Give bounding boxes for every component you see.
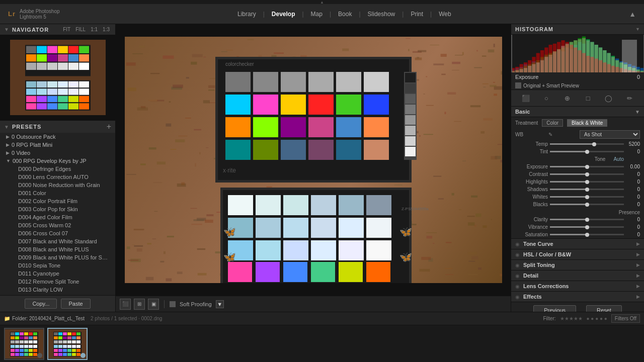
tint-slider[interactable] (550, 151, 624, 152)
presets-header[interactable]: ▼ Presets + (0, 120, 115, 133)
preset-item-d006-cross-cool[interactable]: D006 Cross Cool 07 (4, 229, 115, 237)
basic-panel-toggle[interactable]: ▼ (635, 109, 640, 115)
filmstrip-bar: 📁 Folder: 20140424_Platt_cL_Test 2 photo… (0, 312, 644, 362)
crop-tool[interactable]: ⬛ (519, 93, 532, 104)
preset-item-d000-lens[interactable]: D000 Lens Correction AUTO (4, 173, 115, 181)
navigator-header-left: ▼ Navigator (4, 27, 49, 33)
navigator-1-1[interactable]: 1:1 (89, 26, 99, 33)
view-icon-1[interactable]: ⬛ (120, 299, 131, 310)
blacks-slider-row: Blacks 0 (511, 201, 644, 208)
effects-toggle[interactable]: ▶ (636, 294, 640, 299)
navigator-ratio[interactable]: 1:3 (101, 26, 111, 33)
preset-item-d001-color[interactable]: D001 Color (4, 189, 115, 197)
navigator-fit[interactable]: FIT (61, 26, 72, 33)
preset-item-d004-aged[interactable]: D004 Aged Color Film (4, 213, 115, 221)
preset-item-d002-portrait[interactable]: D002 Color Portrait Film (4, 197, 115, 205)
preset-group-outsource-header[interactable]: ▶ 0 Outsource Pack (0, 133, 115, 141)
lens-corrections-header[interactable]: ◉ Lens Corrections ▶ (511, 281, 644, 291)
preset-item-d012-removesplit[interactable]: D012 Remove Split Tone (4, 278, 115, 286)
grad-filter-tool[interactable]: □ (582, 93, 595, 104)
filmstrip-thumb-2[interactable] (47, 328, 88, 360)
soft-proofing-button[interactable]: Soft Proofing (170, 301, 212, 307)
hsl-header[interactable]: ◉ HSL / Color / B&W ▶ (511, 249, 644, 259)
wb-eyedropper[interactable]: ✎ (548, 132, 554, 137)
navigator-preview (0, 35, 115, 120)
view-icon-3[interactable]: ▣ (148, 299, 159, 310)
preset-item-d008-bwplus[interactable]: D008 Black and White PLUS (4, 245, 115, 253)
treatment-bw-btn[interactable]: Black & White (567, 119, 607, 127)
split-toning-header[interactable]: ◉ Split Toning ▶ (511, 259, 644, 270)
preset-item-d013-clarity-low[interactable]: D013 Clarity LOW (4, 286, 115, 294)
prev-reset-bar: Previous Reset (511, 302, 644, 312)
red-eye-tool[interactable]: ⊕ (560, 93, 574, 104)
filmstrip-thumb-1[interactable] (4, 328, 44, 360)
preset-subgroup-rpg: D000 Defringe Edges D000 Lens Correction… (0, 165, 115, 295)
preset-item-d010-sepia[interactable]: D010 Sepia Tone (4, 261, 115, 269)
adj-brush-tool[interactable]: ✏ (623, 93, 636, 104)
basic-panel-header[interactable]: Basic ▼ (511, 107, 644, 117)
exposure-slider[interactable] (550, 166, 624, 167)
preset-group-platt-header[interactable]: ▶ 0 RPG Platt Mini (0, 141, 115, 149)
split-toning-toggle[interactable]: ▶ (636, 262, 640, 267)
effects-header[interactable]: ◉ Effects ▶ (511, 291, 644, 302)
treatment-row: Treatment Color Black & White (511, 117, 644, 129)
histogram-header[interactable]: Histogram ▼ (511, 24, 644, 35)
topbar-collapse-button[interactable]: ▲ (629, 10, 636, 18)
nav-library[interactable]: Library (232, 9, 261, 20)
clarity-slider[interactable] (550, 219, 624, 220)
smart-preview-label: Original + Smart Preview (523, 83, 579, 88)
contrast-slider[interactable] (550, 173, 624, 175)
preset-item-d011-cyano[interactable]: D011 Cyanotype (4, 269, 115, 278)
tone-curve-toggle[interactable]: ▶ (636, 241, 640, 246)
bottom-toolbar: ⬛ ⊞ ▣ Soft Proofing ▼ (116, 296, 511, 312)
blacks-slider-fill (550, 204, 587, 205)
paste-button[interactable]: Paste (61, 299, 90, 309)
navigator-fill[interactable]: FILL (74, 26, 87, 33)
whites-slider-thumb (585, 195, 589, 199)
soft-proofing-dropdown[interactable]: ▼ (216, 300, 224, 308)
highlights-slider[interactable] (550, 181, 624, 183)
treatment-color-btn[interactable]: Color (542, 119, 563, 127)
previous-button[interactable]: Previous (533, 305, 576, 312)
copy-button[interactable]: Copy... (25, 299, 57, 309)
wb-select[interactable]: As Shot Auto Daylight Cloudy Shade Tungs… (580, 130, 640, 139)
presets-add-button[interactable]: + (107, 123, 111, 131)
detail-toggle[interactable]: ▶ (636, 273, 640, 278)
nav-develop[interactable]: Develop (267, 9, 300, 20)
radial-filter-tool[interactable]: ◯ (602, 93, 615, 104)
temp-slider[interactable] (550, 143, 624, 145)
preset-group-rpg-header[interactable]: ▼ 000 RPG Develop Keys by JP (0, 157, 115, 165)
preset-item-d007-bw[interactable]: D007 Black and White Standard (4, 237, 115, 245)
detail-header[interactable]: ◉ Detail ▶ (511, 270, 644, 281)
vibrance-slider[interactable] (550, 226, 624, 228)
view-icon-2[interactable]: ⊞ (134, 299, 145, 310)
saturation-slider[interactable] (550, 234, 624, 235)
nav-book[interactable]: Book (333, 9, 357, 20)
preset-group-video-header[interactable]: ▶ 0 Video (0, 149, 115, 157)
nav-print[interactable]: Print (406, 9, 428, 20)
filmstrip-filters-off[interactable]: Filters Off (611, 314, 640, 323)
top-collapse-handle[interactable]: ▲ (0, 0, 644, 4)
nav-web[interactable]: Web (434, 9, 456, 20)
navigator-header[interactable]: ▼ Navigator FIT FILL 1:1 1:3 (0, 24, 115, 35)
preset-item-d009-bwskin[interactable]: D009 Black and White PLUS for SKIN (4, 253, 115, 261)
whites-slider[interactable] (550, 196, 624, 198)
auto-button[interactable]: Auto (613, 156, 640, 162)
hsl-toggle[interactable]: ▶ (636, 252, 640, 257)
nav-map[interactable]: Map (306, 9, 328, 20)
histogram-collapse-arrow: ▼ (635, 27, 640, 32)
spot-heal-tool[interactable]: ○ (540, 93, 553, 104)
preset-item-d005-cross-warm[interactable]: D005 Cross Warm 02 (4, 221, 115, 229)
contrast-slider-thumb (585, 172, 589, 176)
filmstrip-badge-1 (37, 353, 42, 358)
preset-item-d000-noise[interactable]: D000 Noise Reduction with Grain (4, 181, 115, 189)
reset-button[interactable]: Reset (586, 305, 622, 312)
tone-curve-header[interactable]: ◉ Tone Curve ▶ (511, 238, 644, 249)
shadows-slider[interactable] (550, 189, 624, 190)
preset-group-outsource-label: 0 Outsource Pack (12, 134, 55, 140)
preset-item-d000-defringe[interactable]: D000 Defringe Edges (4, 165, 115, 173)
blacks-slider[interactable] (550, 204, 624, 205)
nav-slideshow[interactable]: Slideshow (363, 9, 400, 20)
preset-item-d003-pop[interactable]: D003 Color Pop for Skin (4, 205, 115, 213)
lens-corrections-toggle[interactable]: ▶ (636, 284, 640, 289)
